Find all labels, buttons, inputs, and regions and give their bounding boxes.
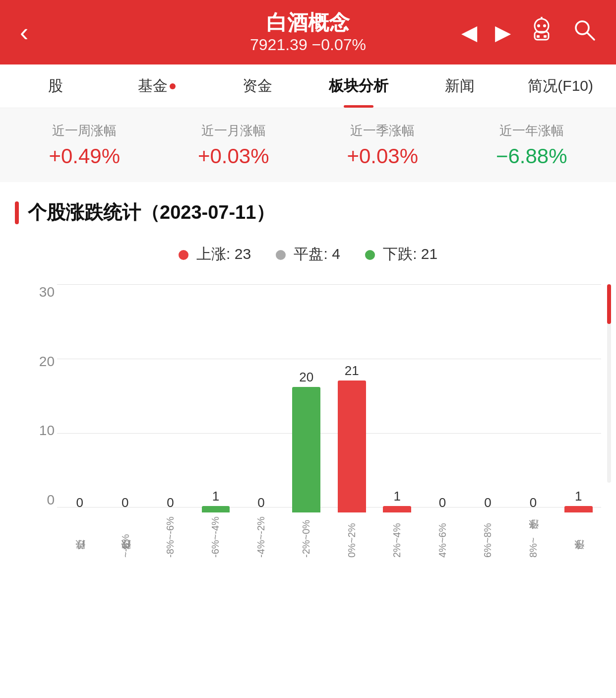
legend-flat-dot [276, 250, 286, 260]
header: ‹ 白酒概念 7921.39 −0.07% ◀ ▶ [0, 0, 616, 64]
y-label-30: 30 [30, 284, 55, 300]
x-label-10: 8%~涨停 [510, 515, 555, 558]
tab-fund[interactable]: 基金 [106, 64, 207, 108]
svg-point-3 [543, 24, 546, 27]
x-labels-row: 跌停跌停~-8%-8%~-6%-6%~-4%-4%~-2%-2%~0%0%~2%… [57, 515, 601, 558]
bar-group-7: 1 [374, 284, 420, 512]
svg-rect-7 [544, 35, 547, 38]
performance-row: 近一周涨幅 +0.49% 近一月涨幅 +0.03% 近一季涨幅 +0.03% 近… [0, 108, 616, 182]
bar-group-1: 0 [102, 284, 147, 512]
bar-rect-3 [202, 506, 230, 512]
bar-rect-6 [338, 381, 366, 512]
bar-chart: 30 20 10 0 00010202110001 跌停跌停~-8%-8%~-6… [0, 279, 616, 568]
chart-legend: 上涨: 23 平盘: 4 下跌: 21 [0, 239, 616, 279]
bar-value-1: 0 [122, 495, 128, 510]
search-icon[interactable] [572, 18, 596, 47]
bar-group-3: 1 [193, 284, 238, 512]
x-label-1: 跌停~-8% [102, 515, 147, 558]
perf-year: 近一年涨幅 −6.88% [496, 122, 567, 168]
bar-group-6: 21 [329, 284, 374, 512]
title-bar-decoration [15, 201, 19, 224]
header-subtitle: 7921.39 −0.07% [250, 36, 366, 54]
bar-group-9: 0 [465, 284, 510, 512]
x-label-0: 跌停 [57, 515, 102, 558]
header-title: 白酒概念 [250, 10, 366, 35]
scrollbar-thumb[interactable] [607, 284, 611, 324]
x-label-7: 2%~4% [374, 515, 420, 558]
tab-info[interactable]: 简况(F10) [510, 64, 611, 108]
bar-group-0: 0 [57, 284, 102, 512]
bar-value-6: 21 [345, 363, 359, 379]
bar-rect-5 [292, 387, 320, 512]
y-label-0: 0 [30, 492, 55, 508]
perf-quarter: 近一季涨幅 +0.03% [347, 122, 418, 168]
fund-dot [170, 83, 176, 89]
perf-week: 近一周涨幅 +0.49% [49, 122, 120, 168]
perf-month: 近一月涨幅 +0.03% [198, 122, 269, 168]
tab-capital[interactable]: 资金 [207, 64, 308, 108]
legend-up: 上涨: 23 [179, 244, 251, 264]
bar-value-5: 20 [299, 370, 313, 385]
x-label-3: -6%~-4% [193, 515, 238, 558]
bar-group-11: 1 [556, 284, 601, 512]
bar-value-7: 1 [393, 489, 400, 504]
bars-container: 00010202110001 [57, 284, 601, 512]
section-title: 个股涨跌统计（2023-07-11） [0, 182, 616, 239]
next-icon[interactable]: ▶ [495, 20, 511, 45]
tab-news[interactable]: 新闻 [409, 64, 510, 108]
back-icon[interactable]: ‹ [20, 17, 28, 47]
bar-value-11: 1 [575, 489, 582, 504]
bar-value-0: 0 [76, 495, 83, 510]
svg-point-2 [537, 24, 540, 27]
x-label-11: 涨停 [556, 515, 601, 558]
x-label-5: -2%~0% [284, 515, 329, 558]
x-label-2: -8%~-6% [148, 515, 193, 558]
svg-rect-6 [537, 35, 540, 38]
legend-flat: 平盘: 4 [276, 244, 340, 264]
bar-group-10: 0 [510, 284, 555, 512]
bar-value-9: 0 [484, 495, 491, 510]
legend-down: 下跌: 21 [365, 244, 437, 264]
bar-group-2: 0 [148, 284, 193, 512]
x-label-6: 0%~2% [329, 515, 374, 558]
legend-up-dot [179, 250, 188, 260]
scrollbar-track [607, 284, 611, 483]
bar-value-4: 0 [257, 495, 264, 510]
bar-value-10: 0 [530, 495, 537, 510]
bar-group-5: 20 [284, 284, 329, 512]
bar-rect-11 [564, 506, 593, 512]
tab-analysis[interactable]: 板块分析 [308, 64, 409, 108]
bar-rect-7 [383, 506, 411, 512]
prev-icon[interactable]: ◀ [461, 20, 477, 45]
bar-value-8: 0 [439, 495, 446, 510]
svg-point-0 [535, 19, 549, 33]
bar-value-2: 0 [167, 495, 174, 510]
tab-bar: 股 基金 资金 板块分析 新闻 简况(F10) [0, 64, 616, 108]
x-label-8: 4%~6% [420, 515, 465, 558]
robot-icon[interactable] [529, 17, 554, 48]
y-label-10: 10 [30, 423, 55, 439]
x-label-9: 6%~8% [465, 515, 510, 558]
x-label-4: -4%~-2% [239, 515, 284, 558]
legend-down-dot [365, 250, 375, 260]
bar-group-4: 0 [239, 284, 284, 512]
bar-group-8: 0 [420, 284, 465, 512]
tab-stocks[interactable]: 股 [5, 64, 106, 108]
svg-line-9 [587, 33, 594, 40]
bar-value-3: 1 [212, 489, 219, 504]
y-label-20: 20 [30, 354, 55, 370]
